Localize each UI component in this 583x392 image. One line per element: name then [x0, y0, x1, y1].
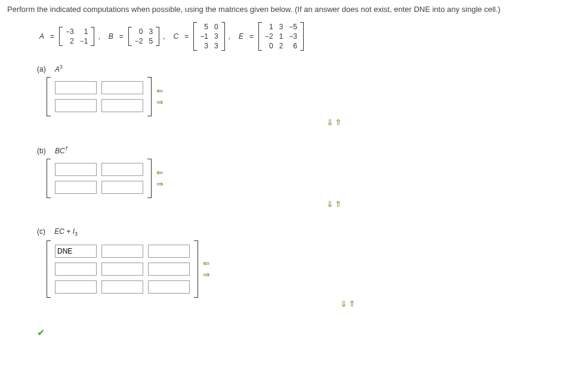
answer-b-matrix — [47, 159, 152, 198]
answer-c-cell-2-1[interactable] — [101, 280, 143, 294]
eq-E: = — [248, 32, 256, 41]
answer-c-cell-1-2[interactable] — [148, 263, 190, 276]
answer-a-cell-0-1[interactable] — [101, 81, 143, 94]
eq-A: = — [49, 32, 57, 41]
arrow-up-icon: ⇑ — [348, 300, 357, 308]
answer-a-matrix — [47, 77, 152, 116]
eq-B: = — [118, 32, 126, 41]
col-resize-b[interactable]: ⇐ ⇒ — [156, 168, 164, 189]
part-b: (b) BCT ⇐ ⇒ ⇓⇑ — [37, 146, 576, 209]
check-icon: ✔ — [37, 327, 576, 338]
arrow-left-icon: ⇐ — [156, 86, 164, 96]
part-a-label: (a) A3 — [37, 64, 576, 73]
arrow-right-icon: ⇒ — [203, 270, 210, 280]
answer-a-cell-1-0[interactable] — [55, 99, 97, 112]
arrow-down-icon: ⇓ — [340, 300, 348, 308]
arrow-up-icon: ⇑ — [335, 118, 343, 127]
col-resize-a[interactable]: ⇐ ⇒ — [156, 86, 164, 107]
arrow-right-icon: ⇒ — [156, 97, 164, 107]
label-C: C — [171, 32, 181, 41]
answer-b-cell-1-0[interactable] — [55, 181, 97, 194]
label-E: E — [236, 32, 246, 41]
label-B: B — [106, 32, 116, 41]
row-resize-a[interactable]: ⇓⇑ — [326, 118, 343, 128]
label-A: A — [37, 32, 47, 41]
comma-3: , — [227, 32, 234, 41]
matrix-C: 50 −13 33 — [193, 22, 224, 51]
answer-c-cell-1-1[interactable] — [101, 263, 143, 276]
arrow-up-icon: ⇑ — [335, 200, 343, 209]
answer-b-cell-0-0[interactable] — [55, 163, 97, 176]
answer-b-cell-1-1[interactable] — [101, 181, 143, 194]
arrow-down-icon: ⇓ — [326, 118, 335, 127]
part-c: (c) EC + I3 — [37, 227, 576, 309]
answer-c-matrix — [47, 240, 198, 298]
answer-c-cell-2-0[interactable] — [55, 280, 97, 294]
answer-c-cell-0-1[interactable] — [101, 245, 143, 258]
instruction-text: Perform the indicated computations when … — [7, 5, 576, 14]
matrix-B: 03 −25 — [128, 27, 159, 46]
part-c-label: (c) EC + I3 — [37, 227, 576, 237]
answer-c-cell-1-0[interactable] — [55, 263, 97, 276]
answer-a-cell-1-1[interactable] — [101, 99, 143, 112]
comma-1: , — [97, 32, 103, 41]
arrow-left-icon: ⇐ — [156, 168, 164, 178]
arrow-down-icon: ⇓ — [326, 200, 335, 209]
given-matrices: A = −31 2−1 , B = 03 −25 , C = 50 −13 33… — [37, 22, 576, 51]
matrix-A: −31 2−1 — [59, 27, 94, 46]
arrow-left-icon: ⇐ — [203, 258, 210, 268]
arrow-right-icon: ⇒ — [156, 179, 164, 189]
matrix-E: 13−5 −21−3 026 — [258, 22, 304, 51]
row-resize-b[interactable]: ⇓⇑ — [326, 199, 343, 209]
answer-b-cell-0-1[interactable] — [101, 163, 143, 176]
row-resize-c[interactable]: ⇓⇑ — [340, 299, 357, 309]
comma-2: , — [162, 32, 168, 41]
answer-c-cell-0-2[interactable] — [148, 245, 190, 258]
part-a: (a) A3 ⇐ ⇒ ⇓⇑ — [37, 64, 576, 128]
answer-c-cell-0-0[interactable] — [55, 245, 97, 258]
eq-C: = — [183, 32, 191, 41]
part-b-label: (b) BCT — [37, 146, 576, 155]
answer-a-cell-0-0[interactable] — [55, 81, 97, 94]
answer-c-cell-2-2[interactable] — [148, 280, 190, 294]
col-resize-c[interactable]: ⇐ ⇒ — [203, 258, 210, 280]
